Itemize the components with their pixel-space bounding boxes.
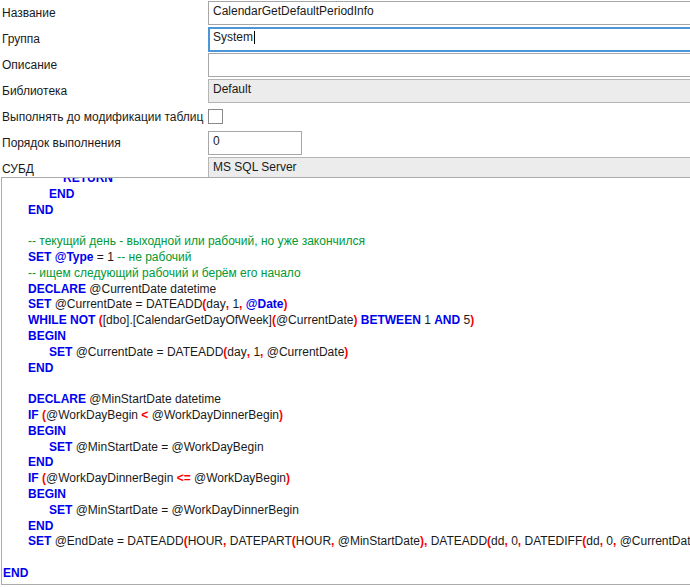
group-field[interactable]: System <box>208 27 690 52</box>
sql-code-editor[interactable]: RETURNENDEND -- текущий день - выходной … <box>1 177 690 585</box>
code-line: END <box>2 203 690 219</box>
form-row-group: Группа System <box>0 26 690 52</box>
code-line <box>2 218 690 234</box>
code-line: SET @Type = 1 -- не рабочий <box>2 250 690 266</box>
code-line: SET @CurrentDate = DATEADD(day, 1, @Curr… <box>2 345 690 361</box>
code-line: BEGIN <box>2 487 690 503</box>
sql-code-content: RETURNENDEND -- текущий день - выходной … <box>2 177 690 582</box>
code-line: SET @EndDate = DATEADD(HOUR, DATEPART(HO… <box>2 534 690 550</box>
library-field: Default <box>208 79 690 103</box>
form-row-description: Описание <box>0 52 690 78</box>
code-line: END <box>2 566 690 582</box>
name-field-label: Название <box>2 6 56 20</box>
code-line: END <box>2 455 690 471</box>
description-field-label: Описание <box>2 58 57 72</box>
form-row-name: Название CalendarGetDefaultPeriodInfo <box>0 0 690 26</box>
code-line: WHILE NOT ([dbo].[CalendarGetDayOfWeek](… <box>2 313 690 329</box>
execution-order-field[interactable]: 0 <box>208 131 302 155</box>
code-line: RETURN <box>2 177 690 187</box>
code-line: -- ищем следующий рабочий и берём его на… <box>2 266 690 282</box>
code-line: SET @MinStartDate = @WorkDayDinnerBegin <box>2 503 690 519</box>
library-field-label: Библиотека <box>2 84 67 98</box>
code-line: END <box>2 361 690 377</box>
form-row-library: Библиотека Default <box>0 78 690 104</box>
code-line: -- текущий день - выходной или рабочий, … <box>2 234 690 250</box>
code-line: END <box>2 187 690 203</box>
code-line: DECLARE @CurrentDate datetime <box>2 282 690 298</box>
code-line: SET @CurrentDate = DATEADD(day, 1, @Date… <box>2 297 690 313</box>
code-line: IF (@WorkDayDinnerBegin <= @WorkDayBegin… <box>2 471 690 487</box>
run-before-modification-checkbox[interactable] <box>208 109 223 124</box>
code-line: SET @MinStartDate = @WorkDayBegin <box>2 440 690 456</box>
description-field[interactable] <box>208 53 690 77</box>
name-field[interactable]: CalendarGetDefaultPeriodInfo <box>208 1 690 25</box>
text-caret <box>254 31 255 44</box>
code-line <box>2 376 690 392</box>
code-line <box>2 550 690 566</box>
form-row-execution-order: Порядок выполнения 0 <box>0 130 690 156</box>
dbms-field-label: СУБД <box>2 162 34 176</box>
group-field-label: Группа <box>2 32 40 46</box>
code-line: IF (@WorkDayBegin < @WorkDayDinnerBegin) <box>2 408 690 424</box>
form-row-run-before-modification: Выполнять до модификации таблиц <box>0 104 690 130</box>
code-line: BEGIN <box>2 329 690 345</box>
group-field-value: System <box>213 30 253 44</box>
code-line: END <box>2 519 690 535</box>
execution-order-label: Порядок выполнения <box>2 136 121 150</box>
run-before-modification-label: Выполнять до модификации таблиц <box>2 110 203 124</box>
code-line: DECLARE @MinStartDate datetime <box>2 392 690 408</box>
code-line: BEGIN <box>2 424 690 440</box>
